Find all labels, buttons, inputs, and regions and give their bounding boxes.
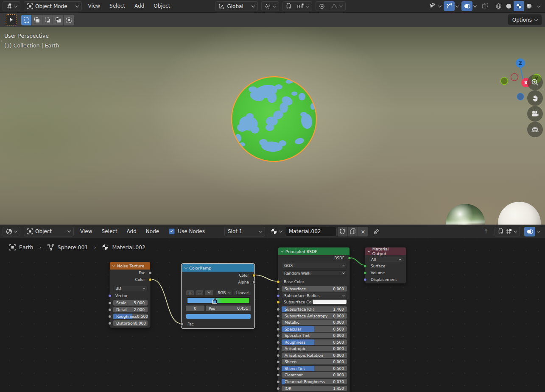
noise-scale-slider[interactable]: Scale5.000 [113,300,148,306]
fake-user-button[interactable] [338,227,348,236]
ortho-grid-button[interactable] [527,122,543,137]
collapse-icon[interactable] [368,249,371,252]
socket-noise-vector-in[interactable] [108,294,112,297]
copy-material-button[interactable] [348,227,358,236]
principled-specular-tint-slider[interactable]: Specular Tint0.000 [282,333,347,338]
show-gizmo-toggle[interactable] [444,1,455,11]
principled-sheen-slider[interactable]: Sheen0.000 [282,359,347,364]
shader-menu-select[interactable]: Select [97,225,122,238]
node-principled-bsdf[interactable]: Principled BSDF BSDF GGX Random Walk Bas… [278,247,350,392]
noise-node-header[interactable]: Noise Texture [110,262,150,270]
select-mode-invert[interactable] [53,15,64,25]
ramp-position-slider[interactable]: Pos0.451 [206,306,251,311]
socket-noise-roughness-in[interactable] [108,315,112,318]
gizmo-axis-z[interactable]: Z [516,58,525,68]
node-material-output[interactable]: Material Output All Surface Volume Displ… [365,247,406,284]
ramp-gradient-bar[interactable] [187,297,250,303]
principled-anisotropic-rotation-slider[interactable]: Anisotropic Rotation0.000 [282,353,347,358]
socket-ramp-alpha-out[interactable] [252,281,256,284]
menu-select[interactable]: Select [105,0,130,12]
socket-specular-in[interactable] [277,328,280,331]
menu-object[interactable]: Object [149,0,175,12]
ramp-colormode-dropdown[interactable]: RGB [215,290,233,296]
shader-editor-type-button[interactable] [3,227,20,236]
editor-type-button[interactable] [3,1,20,11]
shading-rendered-button[interactable] [524,1,534,11]
socket-subsurface-radius-in[interactable] [277,294,280,297]
ramp-stop-color-swatch[interactable] [186,314,251,319]
socket-subsurface-color-in[interactable] [277,300,280,304]
socket-ior-in[interactable] [277,387,280,390]
principled-clearcoat-slider[interactable]: Clearcoat0.000 [282,372,347,378]
ramp-delete-stop-button[interactable]: − [195,290,204,296]
shading-material-button[interactable] [514,1,524,11]
orientation-dropdown[interactable]: Global [215,1,257,11]
socket-sheen-in[interactable] [277,360,280,364]
gizmo-axis-neg-z[interactable] [517,93,524,100]
snap-group[interactable] [282,1,312,11]
principled-distribution-dropdown[interactable]: GGX [282,263,347,268]
shader-mode-dropdown[interactable]: Object [24,227,74,236]
unlink-material-button[interactable]: × [358,227,368,236]
viewport-3d[interactable]: User Perspective (1) Collection | Earth … [0,27,545,225]
noise-roughness-slider[interactable]: Roughness0.500 [113,314,148,319]
collapse-icon[interactable] [184,266,187,269]
active-tool-select-box[interactable] [6,14,17,25]
principled-sheen-tint-slider[interactable]: Sheen Tint0.500 [282,366,347,371]
breadcrumb-object[interactable]: Earth [19,244,34,250]
socket-noise-detail-in[interactable] [108,308,112,311]
breadcrumb-material[interactable]: Material.002 [112,244,145,250]
parenting-up-button[interactable]: ↑ [481,227,492,236]
socket-noise-scale-in[interactable] [108,301,112,305]
principled-subsurface-slider[interactable]: Subsurface0.000 [282,286,347,292]
socket-base-color-in[interactable] [277,280,280,284]
ramp-stop-index-field[interactable]: 0 [186,306,204,311]
pin-icon[interactable] [373,228,380,235]
socket-roughness-in[interactable] [277,341,280,344]
noise-dimensions-dropdown[interactable]: 3D [113,286,148,291]
pan-hand-button[interactable] [527,90,543,106]
socket-volume-in[interactable] [363,271,367,275]
socket-metallic-in[interactable] [277,321,280,324]
menu-add[interactable]: Add [130,0,149,12]
noise-distortion-slider[interactable]: Distortion0.000 [113,320,148,326]
socket-bsdf-out[interactable] [348,256,351,260]
ramp-add-stop-button[interactable]: + [186,290,194,296]
principled-metallic-slider[interactable]: Metallic0.000 [282,320,347,325]
principled-ior-slider[interactable]: IOR1.450 [282,386,347,391]
socket-surface-in[interactable] [363,264,367,268]
sidebar-toggle-arrow[interactable]: ‹ [0,38,2,44]
select-mode-extend[interactable] [32,15,42,25]
node-snap-group[interactable] [495,227,520,236]
noise-detail-slider[interactable]: Detail2.000 [113,307,148,312]
principled-subsurface-anisotropy-slider[interactable]: Subsurface Anisotropy0.000 [282,313,347,319]
socket-clearcoat-in[interactable] [277,373,280,377]
principled-sss-method-dropdown[interactable]: Random Walk [282,270,347,276]
principled-anisotropic-slider[interactable]: Anisotropic0.000 [282,346,347,351]
socket-noise-color-out[interactable] [148,278,152,281]
select-mode-intersect[interactable] [64,15,74,25]
ramp-specials-dropdown[interactable] [204,290,214,296]
pivot-dropdown[interactable] [261,1,279,11]
socket-anisotropic-rotation-in[interactable] [277,354,280,357]
shading-wireframe-button[interactable] [493,1,503,11]
socket-noise-distortion-in[interactable] [108,322,112,325]
camera-view-button[interactable] [527,106,543,122]
earth-object[interactable] [229,74,319,164]
mode-dropdown[interactable]: Object Mode [24,1,82,11]
select-mode-subtract[interactable] [42,15,53,25]
slot-dropdown[interactable]: Slot 1 [224,227,265,236]
node-colorramp[interactable]: ColorRamp Color Alpha + − RGB Linear 0 [182,264,254,328]
subsurface-color-swatch[interactable] [312,299,347,304]
ramp-interpolation-dropdown[interactable]: Linear [234,290,251,296]
gizmo-axis-neg-x[interactable] [511,74,518,81]
socket-subsurface-anisotropy-in[interactable] [277,314,280,318]
shader-menu-add[interactable]: Add [122,225,141,238]
socket-ramp-fac-in[interactable] [180,322,184,326]
object-visibility-dropdown[interactable]: 0 [427,1,438,11]
socket-displacement-in[interactable] [363,278,367,281]
material-browse-dropdown[interactable] [269,227,283,236]
collapse-icon[interactable] [281,249,284,252]
principled-clearcoat-roughness-slider[interactable]: Clearcoat Roughness0.030 [282,379,347,384]
shader-overlays-toggle[interactable] [524,227,535,236]
